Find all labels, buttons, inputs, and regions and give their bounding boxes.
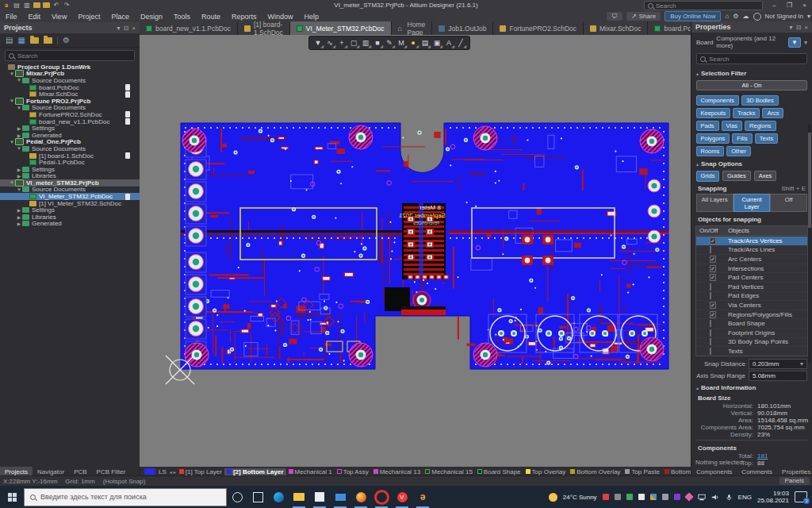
checkbox[interactable]: [710, 348, 711, 355]
tree-item-Fortune-PRO2.PrjPcb[interactable]: ▼Fortune PRO2.PrjPcb: [0, 98, 140, 105]
firefox-button[interactable]: [350, 486, 371, 508]
filter-fills-button[interactable]: Fills: [732, 133, 752, 144]
snap-object-row-Track-Arcs-Vertices[interactable]: ✓Track/Arcs Vertices: [696, 236, 807, 245]
measure-icon[interactable]: M◢: [396, 39, 407, 47]
tree-expand-icon[interactable]: ▼: [16, 106, 22, 110]
tree-item-VI_Meter_STM32.PcbDoc[interactable]: VI_Meter_STM32.PcbDoc: [0, 193, 140, 200]
undo-icon[interactable]: ↶: [52, 2, 60, 9]
snap-object-row-Board-Shape[interactable]: Board Shape: [696, 318, 807, 328]
snap-axes-button[interactable]: Axes: [754, 171, 777, 181]
tree-item--1-VI_Meter_STM32.SchDoc[interactable]: [1] VI_Meter_STM32.SchDoc: [0, 200, 140, 207]
home-icon[interactable]: ⌂: [725, 13, 729, 20]
section-board-information[interactable]: Board Information: [691, 382, 812, 392]
save-all-icon[interactable]: ▥: [23, 2, 31, 9]
filter-dropdown-icon[interactable]: ▾: [804, 39, 807, 46]
snap-object-row-Arc-Centers[interactable]: ✓Arc Centers: [696, 254, 807, 264]
snap-object-row-Via-Centers[interactable]: ✓Via Centers: [696, 300, 807, 310]
checkbox-checked[interactable]: ✓: [710, 302, 716, 309]
tree-item-Source-Documents[interactable]: ▼Source Documents: [0, 105, 140, 112]
tree-expand-icon[interactable]: ▼: [16, 187, 22, 192]
panel-dropdown-icon[interactable]: ▾: [790, 24, 793, 31]
start-button[interactable]: [0, 486, 24, 508]
scope-current-layer-button[interactable]: Current Layer: [733, 194, 771, 212]
doc-tab-FortunePRO2.SchDoc[interactable]: FortunePRO2.SchDoc: [493, 21, 584, 35]
checkbox-checked[interactable]: ✓: [710, 274, 716, 281]
tray-app-icon[interactable]: [674, 494, 680, 500]
tree-expand-icon[interactable]: ▶: [16, 221, 22, 226]
tray-app-icon[interactable]: [684, 492, 693, 501]
task-view-button[interactable]: [247, 486, 268, 508]
scope-off-button[interactable]: Off: [770, 194, 807, 212]
tree-item-Source-Documents[interactable]: ▼Source Documents: [0, 77, 140, 84]
board-info-value[interactable]: 181: [757, 452, 768, 460]
snap-object-row-Pad-Edges[interactable]: Pad Edges: [696, 291, 807, 301]
open-icon[interactable]: [30, 37, 39, 44]
tree-expand-icon[interactable]: ▼: [9, 98, 15, 103]
filter-vias-button[interactable]: Vias: [722, 121, 742, 131]
menu-tools[interactable]: Tools: [168, 13, 196, 21]
weather-label[interactable]: 24°C Sunny: [563, 494, 597, 501]
menu-design[interactable]: Design: [135, 13, 168, 21]
cortana-button[interactable]: [227, 486, 247, 508]
tree-expand-icon[interactable]: ▶: [16, 133, 22, 138]
move-icon[interactable]: +◢: [336, 39, 347, 47]
tree-item-board_new_v1.1.PcbDoc[interactable]: board_new_v1.1.PcbDoc: [0, 118, 140, 125]
tree-item-Settings[interactable]: ▶Settings: [0, 206, 140, 214]
tree-expand-icon[interactable]: ▶: [16, 167, 22, 172]
filter-texts-button[interactable]: Texts: [755, 133, 779, 144]
project-options-gear-icon[interactable]: ⚙: [63, 36, 70, 44]
store-button[interactable]: [309, 486, 330, 508]
tree-item-Generated[interactable]: ▶Generated: [0, 132, 140, 139]
doc-tab-board_new_v1.1.PcbDoc[interactable]: board_new_v1.1.PcbDoc: [140, 21, 238, 35]
checkbox[interactable]: [710, 320, 711, 327]
snap-object-row-Pad-Vertices[interactable]: Pad Vertices: [696, 282, 807, 291]
doc-tab-Home Page[interactable]: ⌂Home Page: [392, 21, 433, 35]
layer-stack-icon[interactable]: ▤◢: [419, 39, 431, 47]
menu-file[interactable]: File: [0, 13, 23, 21]
tree-expand-icon[interactable]: ▼: [16, 78, 22, 83]
tray-app-icon[interactable]: [650, 494, 657, 500]
filter-funnel-icon[interactable]: ▼: [788, 37, 801, 48]
snap-object-row-Footprint-Origins[interactable]: Footprint Origins: [696, 328, 807, 337]
doc-tab-Mixar.SchDoc[interactable]: Mixar.SchDoc: [584, 21, 648, 35]
sign-in-status[interactable]: Not Signed In: [765, 13, 803, 20]
network-icon[interactable]: [698, 494, 706, 501]
close-button[interactable]: ×: [797, 0, 812, 10]
compile-icon[interactable]: ▦: [17, 36, 25, 44]
region-icon[interactable]: ▣◢: [431, 39, 442, 47]
tree-item-Mixar.PrjPcb[interactable]: ▼Mixar.PrjPcb: [0, 71, 140, 78]
snap-object-row-Track-Arcs-Lines[interactable]: Track/Arcs Lines: [696, 245, 807, 255]
tree-expand-icon[interactable]: ▶: [16, 207, 22, 213]
projects-search-box[interactable]: Search: [5, 50, 135, 61]
tray-app-icon[interactable]: [662, 494, 668, 500]
checkbox[interactable]: [710, 246, 711, 253]
layer-tab--2-Bottom-Layer[interactable]: [2] Bottom Layer: [224, 468, 286, 475]
checkbox[interactable]: [710, 292, 711, 299]
menu-edit[interactable]: Edit: [23, 13, 47, 21]
layer-tab-Mechanical-1[interactable]: Mechanical 1: [286, 468, 335, 475]
checkbox-checked[interactable]: ✓: [710, 311, 716, 318]
snap-object-row-3D-Body-Snap-Points[interactable]: 3D Body Snap Points: [696, 337, 807, 347]
save-icon[interactable]: ▤: [13, 2, 21, 9]
microphone-icon[interactable]: [725, 494, 733, 501]
tree-expand-icon[interactable]: ▶: [16, 214, 22, 220]
properties-search-box[interactable]: Search: [696, 53, 807, 64]
layer-tab-Board-Shape[interactable]: Board Shape: [475, 468, 523, 475]
tree-item-Mixar.SchDoc[interactable]: Mixar.SchDoc: [0, 90, 140, 98]
layer-tab-Top-Overlay[interactable]: Top Overlay: [523, 468, 569, 475]
panel-close-icon[interactable]: ×: [132, 25, 136, 32]
menu-reports[interactable]: Reports: [226, 13, 262, 21]
pcb-editor-canvas[interactable]: ▼◢∿◢+◢▢◢▥◢■◢✎◢M◢●◢▤◢▣◢A◢╱◢ 8 MeterSeptem…: [140, 35, 691, 467]
snap-object-row-Pad-Centers[interactable]: ✓Pad Centers: [696, 272, 807, 282]
layer-tab-Top-Assy[interactable]: Top Assy: [335, 468, 371, 475]
tree-item-Libraries[interactable]: ▶Libraries: [0, 214, 140, 221]
doc-tab-Job1.OutJob[interactable]: Job1.OutJob: [432, 21, 493, 35]
slice-icon[interactable]: ✎◢: [384, 39, 395, 47]
rect-select-icon[interactable]: ▢◢: [348, 39, 359, 47]
tree-item-VI_meter_STM32.PrjPcb[interactable]: ▼VI_meter_STM32.PrjPcb: [0, 179, 140, 187]
snap-distance-input[interactable]: 0.203mm▾: [749, 359, 807, 369]
layer-tab-Bottom-Overlay[interactable]: Bottom Overlay: [568, 468, 622, 475]
tree-item-Generated[interactable]: ▶Generated: [0, 221, 140, 228]
maximize-button[interactable]: ❐: [782, 0, 797, 10]
share-button[interactable]: ↗Share: [626, 12, 661, 21]
